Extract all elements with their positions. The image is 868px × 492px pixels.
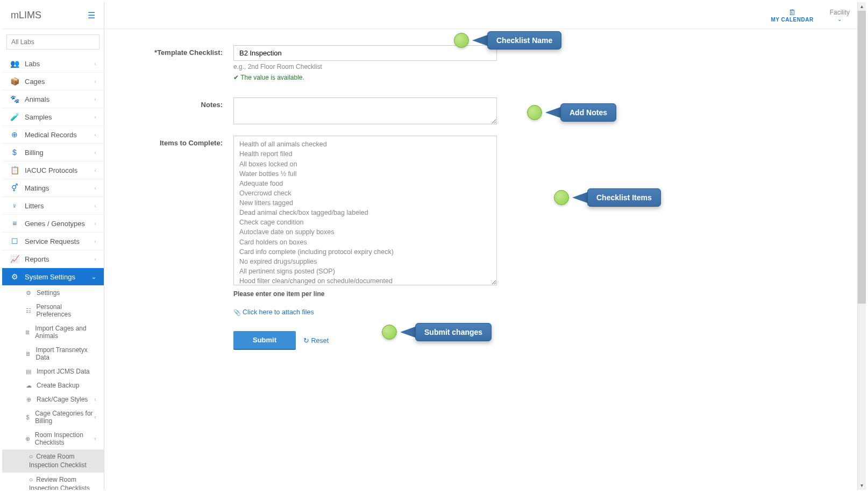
chevron-left-icon: ‹: [94, 131, 96, 138]
chevron-left-icon: ‹: [94, 149, 96, 156]
subnav-label: Create Backup: [37, 382, 79, 389]
subsubnav-bullet-icon: ○: [29, 476, 33, 483]
notes-textarea[interactable]: [233, 97, 497, 124]
nav-icon: 🐾: [10, 95, 19, 103]
items-label: Items to Complete:: [126, 136, 233, 147]
nav-icon: ☐: [10, 237, 19, 245]
nav-label: Genes / Genotypes: [25, 220, 85, 228]
scrollbar-thumb[interactable]: [858, 11, 866, 304]
subnav-icon: ☁: [25, 382, 32, 389]
nav-label: Reports: [25, 255, 49, 263]
my-calendar-link[interactable]: 🗓 MY CALENDAR: [771, 8, 813, 23]
chevron-down-icon: ⌄: [830, 16, 850, 22]
subnav-label: Rack/Cage Styles: [37, 396, 88, 403]
subnav-item-import-jcms-data[interactable]: ▤Import JCMS Data: [2, 364, 104, 378]
subnav-icon: ⚙: [25, 290, 32, 297]
lab-selector-input[interactable]: [6, 34, 99, 50]
nav-icon: ♀: [10, 201, 19, 210]
nav-item-labs[interactable]: 👥Labs‹: [2, 55, 104, 73]
brand-name: mLIMS: [11, 10, 41, 21]
subnav-item-settings[interactable]: ⚙Settings: [2, 286, 104, 300]
submit-button[interactable]: Submit: [233, 331, 296, 350]
subsubnav-item-review-room-inspection-checklists[interactable]: ○Review Room Inspection Checklists: [2, 473, 104, 490]
template-checklist-input[interactable]: [233, 45, 497, 61]
reset-button[interactable]: Reset: [303, 336, 329, 345]
nav-item-iacuc-protocols[interactable]: 📋IACUC Protocols‹: [2, 161, 104, 179]
subnav-label: Settings: [37, 289, 60, 297]
nav-label: Samples: [25, 113, 52, 121]
nav-item-matings[interactable]: ⚥Matings‹: [2, 179, 104, 197]
nav-icon: 🧪: [10, 113, 19, 121]
subnav-item-personal-preferences[interactable]: ☷Personal Preferences: [2, 300, 104, 321]
nav-label: IACUC Protocols: [25, 166, 77, 174]
subnav-icon: 🗎: [25, 329, 31, 335]
subnav-icon: $: [25, 414, 31, 420]
nav-label: System Settings: [25, 273, 75, 281]
nav-icon: 📋: [10, 166, 19, 174]
items-hint: Please enter one item per line: [233, 290, 497, 298]
chevron-left-icon: ‹: [94, 256, 96, 262]
template-checklist-label: *Template Checklist:: [126, 45, 233, 57]
template-hint: e.g., 2nd Floor Room Checklist: [233, 63, 497, 71]
attach-files-link[interactable]: Click here to attach files: [233, 308, 314, 316]
window-scrollbar[interactable]: ▴ ▾: [857, 2, 866, 490]
nav-label: Labs: [25, 60, 40, 68]
nav-icon: ⚥: [10, 184, 19, 192]
facility-dropdown[interactable]: Facility ⌄: [830, 9, 850, 22]
subsubnav-label: Review Room Inspection Checklists: [29, 476, 90, 490]
nav-item-billing[interactable]: $Billing‹: [2, 144, 104, 161]
main: 🗓 MY CALENDAR Facility ⌄ *Template Check…: [104, 2, 866, 490]
nav-label: Matings: [25, 184, 49, 192]
nav-icon: ⊕: [10, 130, 19, 139]
subnav-icon: 🗎: [25, 350, 32, 357]
subnav-item-create-backup[interactable]: ☁Create Backup: [2, 378, 104, 392]
subnav-label: Room Inspection Checklists: [35, 431, 96, 446]
sidebar: mLIMS ☰ 👥Labs‹📦Cages‹🐾Animals‹🧪Samples‹⊕…: [2, 2, 104, 490]
chevron-left-icon: ‹: [94, 202, 96, 209]
subsubnav-item-create-room-inspection-checklist[interactable]: ○Create Room Inspection Checklist: [2, 449, 104, 473]
hamburger-icon[interactable]: ☰: [88, 10, 95, 20]
template-validation: The value is available.: [233, 74, 497, 81]
subnav-item-room-inspection-checklists[interactable]: ⊕Room Inspection Checklists: [2, 428, 104, 449]
callout-arrow-icon: [472, 35, 487, 46]
subnav-item-import-transnetyx-data[interactable]: 🗎Import Transnetyx Data: [2, 343, 104, 364]
facility-label: Facility: [830, 9, 850, 16]
chevron-left-icon: ‹: [94, 238, 96, 244]
nav-icon: 📈: [10, 255, 19, 263]
nav-label: Animals: [25, 95, 49, 103]
scroll-down-icon[interactable]: ▾: [858, 481, 866, 490]
nav-item-litters[interactable]: ♀Litters‹: [2, 197, 104, 215]
nav-label: Service Requests: [25, 237, 80, 245]
nav-label: Litters: [25, 202, 44, 210]
nav-item-service-requests[interactable]: ☐Service Requests‹: [2, 233, 104, 250]
subnav-icon: ⊕: [25, 396, 32, 403]
notes-label: Notes:: [126, 97, 233, 109]
nav-item-genes-genotypes[interactable]: ≡Genes / Genotypes‹: [2, 215, 104, 233]
items-textarea[interactable]: [233, 136, 497, 285]
subsubnav-label: Create Room Inspection Checklist: [29, 453, 87, 469]
chevron-left-icon: ‹: [94, 114, 96, 120]
nav-icon: 👥: [10, 59, 19, 68]
nav: 👥Labs‹📦Cages‹🐾Animals‹🧪Samples‹⊕Medical …: [2, 55, 104, 490]
subnav-item-cage-categories-for-billing[interactable]: $Cage Categories for Billing: [2, 406, 104, 428]
chevron-left-icon: ‹: [94, 96, 96, 102]
nav-item-system-settings[interactable]: ⚙System Settings⌄: [2, 268, 104, 286]
scroll-up-icon[interactable]: ▴: [858, 2, 866, 11]
nav-item-medical-records[interactable]: ⊕Medical Records‹: [2, 126, 104, 144]
subnav-label: Import JCMS Data: [37, 368, 90, 375]
nav-item-animals[interactable]: 🐾Animals‹: [2, 90, 104, 108]
subnav-item-rack-cage-styles[interactable]: ⊕Rack/Cage Styles: [2, 392, 104, 406]
subnav-icon: ▤: [25, 368, 32, 375]
nav-item-reports[interactable]: 📈Reports‹: [2, 250, 104, 268]
calendar-icon: 🗓: [771, 8, 813, 17]
subnav-label: Cage Categories for Billing: [35, 410, 96, 425]
nav-label: Cages: [25, 78, 45, 86]
subnav-item-import-cages-and-animals[interactable]: 🗎Import Cages and Animals: [2, 321, 104, 343]
subnav-label: Personal Preferences: [37, 303, 96, 318]
nav-icon: ≡: [10, 219, 19, 228]
nav-item-samples[interactable]: 🧪Samples‹: [2, 108, 104, 126]
brand-header: mLIMS ☰: [2, 2, 104, 29]
lab-selector: [6, 34, 99, 50]
nav-item-cages[interactable]: 📦Cages‹: [2, 73, 104, 90]
chevron-down-icon: ⌄: [91, 273, 96, 280]
